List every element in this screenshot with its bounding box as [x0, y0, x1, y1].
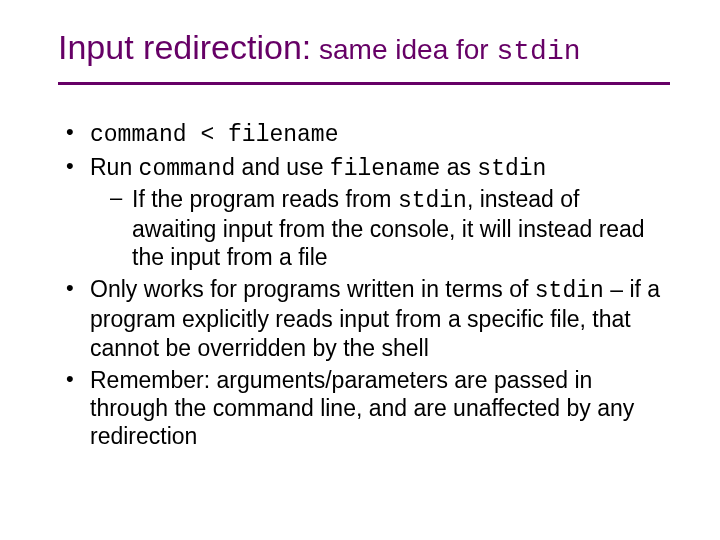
title-tail-text: same idea for — [311, 34, 496, 65]
bullet-2-code1: command — [139, 156, 236, 182]
bullet-list: command < filename Run command and use f… — [58, 119, 670, 450]
bullet-4-text: Remember: arguments/parameters are passe… — [90, 367, 634, 449]
bullet-2-code3: stdin — [477, 156, 546, 182]
bullet-1: command < filename — [62, 119, 670, 149]
title-main: Input redirection: — [58, 28, 311, 66]
bullet-1-code: command < filename — [90, 122, 338, 148]
bullet-2-sub-code: stdin — [398, 188, 467, 214]
bullet-2-sub: If the program reads from stdin, instead… — [108, 185, 670, 271]
bullet-2-sublist: If the program reads from stdin, instead… — [90, 185, 670, 271]
bullet-2-mid2: as — [440, 154, 477, 180]
slide: Input redirection: same idea for stdin c… — [0, 0, 720, 540]
bullet-2-mid: and use — [235, 154, 330, 180]
bullet-3-pre: Only works for programs written in terms… — [90, 276, 535, 302]
title-tail-code: stdin — [496, 36, 580, 67]
bullet-4: Remember: arguments/parameters are passe… — [62, 366, 670, 450]
slide-title: Input redirection: same idea for stdin — [58, 28, 670, 85]
bullet-3-code: stdin — [535, 278, 604, 304]
bullet-2-sub-pre: If the program reads from — [132, 186, 398, 212]
bullet-2-pre: Run — [90, 154, 139, 180]
bullet-3: Only works for programs written in terms… — [62, 275, 670, 361]
bullet-2: Run command and use filename as stdin If… — [62, 153, 670, 271]
bullet-2-code2: filename — [330, 156, 440, 182]
